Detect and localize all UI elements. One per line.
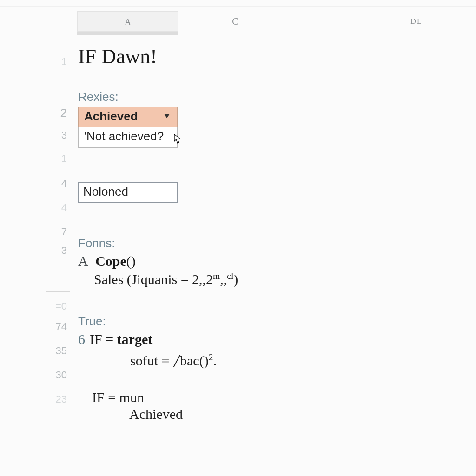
dropdown-selected-value: Achieved xyxy=(84,109,138,123)
row-num[interactable]: 2 xyxy=(46,106,67,120)
row-num[interactable]: 35 xyxy=(46,345,67,357)
true-line-3: IF = mun xyxy=(92,390,457,405)
dropdown-option-cell[interactable]: 'Not achieved? xyxy=(78,127,178,148)
fonns-line-1: A Cope() xyxy=(78,253,457,269)
window-top-rule xyxy=(0,6,476,7)
true-line-1: 6IF = target xyxy=(78,331,457,347)
true-section: True: 6IF = target sofut = /bac()2. IF =… xyxy=(78,314,457,422)
row-num[interactable]: =0 xyxy=(46,300,67,312)
column-header-a-underline xyxy=(77,32,178,35)
fonns-line2-a: Sales (Jiquanis = 2,,2 xyxy=(94,271,213,287)
fonns-label: Fonns: xyxy=(78,236,457,251)
fonns-func: Cope xyxy=(95,253,126,269)
row-num[interactable]: 4 xyxy=(46,202,67,214)
row-num[interactable]: 7 xyxy=(46,226,67,238)
slash-icon: / xyxy=(174,350,179,371)
input-cell-noloned[interactable]: Noloned xyxy=(78,182,178,203)
true-line1-a: IF = xyxy=(90,331,117,347)
fonns-line2-mid: ,, xyxy=(220,271,227,287)
true-label: True: xyxy=(78,314,457,329)
row-number-gutter: 1 2 3 1 4 4 7 3 =0 74 35 30 23 xyxy=(46,42,70,476)
row-num[interactable]: 30 xyxy=(46,369,67,381)
dropdown-option-label: 'Not achieved? xyxy=(84,129,164,143)
true-line2-dot: . xyxy=(213,353,217,368)
rexies-label: Rexies: xyxy=(78,90,457,104)
column-header-c[interactable]: C xyxy=(217,11,254,32)
page-title: IF Dawn! xyxy=(78,45,457,68)
row-num[interactable]: 23 xyxy=(46,393,67,405)
row-num[interactable]: 4 xyxy=(46,178,67,190)
fonns-lead: A xyxy=(78,253,88,269)
worksheet-stage: IF Dawn! Rexies: Achieved 'Not achieved?… xyxy=(78,42,457,476)
fonns-section: Fonns: A Cope() Sales (Jiquanis = 2,,2m,… xyxy=(78,236,457,287)
true-line-2: sofut = /bac()2. xyxy=(130,348,457,370)
input-cell-value: Noloned xyxy=(83,185,128,198)
true-line1-b: target xyxy=(117,331,153,347)
column-header-a[interactable]: A xyxy=(77,11,178,32)
row-num[interactable]: 1 xyxy=(46,56,67,68)
true-line2-parens: () xyxy=(199,353,209,368)
row-num[interactable]: 74 xyxy=(46,321,67,333)
column-header-row: A C DL xyxy=(77,11,448,32)
row-num[interactable]: 3 xyxy=(46,129,67,141)
fonns-line2-sup1: m xyxy=(213,271,220,281)
column-header-dl[interactable]: DL xyxy=(403,11,430,32)
true-line-4: Achieved xyxy=(129,406,457,422)
chevron-down-icon xyxy=(164,114,170,118)
true-line2-sup: 2 xyxy=(209,352,213,362)
dropdown-cell-selected[interactable]: Achieved xyxy=(78,107,178,127)
true-line1-num: 6 xyxy=(78,331,85,347)
row-num[interactable]: 3 xyxy=(46,245,67,257)
gutter-divider xyxy=(46,291,70,292)
true-line2-b: bac xyxy=(180,353,199,368)
true-line2-a: sofut = xyxy=(130,353,173,368)
row-num[interactable]: 1 xyxy=(46,152,67,165)
fonns-line-2: Sales (Jiquanis = 2,,2m,,cl) xyxy=(94,271,457,287)
fonns-parens: () xyxy=(126,253,136,269)
fonns-line2-end: ) xyxy=(233,271,238,287)
fonns-line2-sup2: cl xyxy=(227,271,233,281)
